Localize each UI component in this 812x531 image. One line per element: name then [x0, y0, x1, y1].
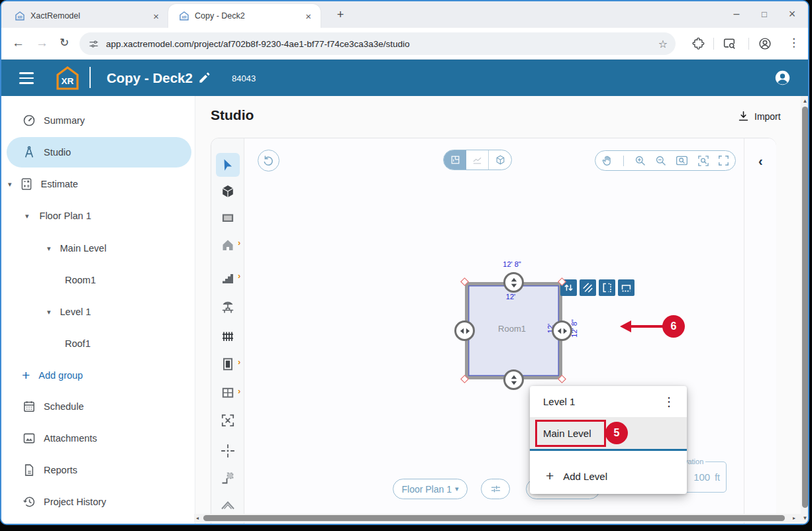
sidebar-item-estimate[interactable]: ▾ Estimate [1, 173, 195, 195]
wall-opening-tool[interactable] [599, 279, 615, 296]
forward-button[interactable]: → [36, 36, 48, 50]
sidebar-label: Floor Plan 1 [40, 211, 91, 221]
sidebar-item-main-level[interactable]: ▾ Main Level [1, 237, 195, 260]
url-text: app.xactremodel.com/project/af702b8f-923… [106, 39, 410, 49]
plus-icon: + [22, 367, 30, 383]
profile-icon[interactable] [758, 36, 772, 51]
expand-caret-icon[interactable]: ▾ [8, 180, 12, 189]
step-6-badge: 6 [662, 315, 685, 338]
room-resize-handle-bottom[interactable] [503, 369, 524, 390]
roof-tool[interactable] [218, 495, 238, 514]
expand-caret-icon[interactable]: ▾ [25, 212, 29, 220]
chevron-right-icon[interactable]: › [238, 271, 240, 281]
level-menu-item-level1[interactable]: Level 1 ⋮ [530, 386, 687, 417]
collapse-panel-chevron[interactable]: ‹ [758, 154, 763, 169]
select-cursor-tool[interactable] [218, 155, 238, 175]
tab-copy-deck2[interactable]: XR Copy - Deck2 × [168, 4, 321, 28]
url-bar[interactable]: app.xactremodel.com/project/af702b8f-923… [79, 32, 676, 55]
zoom-selection-icon[interactable] [697, 154, 710, 168]
kebab-menu-icon[interactable]: ⋮ [663, 395, 675, 409]
import-button[interactable]: Import [737, 110, 781, 122]
zoom-out-icon[interactable] [654, 154, 668, 168]
canvas-settings-button[interactable] [481, 479, 510, 499]
reference-point-tool[interactable] [218, 441, 238, 461]
floor-plan-selector-label: Floor Plan 1 [401, 484, 451, 495]
dimension-label-top-inner: 12' [484, 293, 537, 301]
door-tool[interactable] [218, 354, 238, 374]
pan-hand-icon[interactable] [601, 154, 614, 168]
house-tool[interactable] [218, 235, 238, 255]
room-resize-handle-top[interactable] [503, 272, 524, 293]
sidebar-item-level-1[interactable]: ▾ Level 1 [1, 301, 195, 323]
chevron-right-icon[interactable]: › [238, 386, 240, 396]
chevron-right-icon[interactable]: › [238, 357, 240, 367]
back-button[interactable]: ← [12, 36, 25, 50]
import-label: Import [754, 111, 781, 122]
sidebar-item-studio[interactable]: Studio [1, 141, 195, 164]
sidebar-item-roof1[interactable]: Roof1 [1, 332, 195, 355]
browser-menu-icon[interactable]: ⋮ [788, 36, 799, 50]
vertical-scrollbar[interactable]: ▲ ▼ [801, 96, 809, 525]
deck-tool[interactable] [218, 297, 238, 317]
plan-view-button[interactable] [444, 150, 466, 170]
xr-logo-text: XR [54, 65, 81, 91]
elevation-view-button[interactable] [466, 150, 489, 170]
sidebar-item-schedule[interactable]: Schedule [1, 395, 195, 418]
missing-wall-tool[interactable] [218, 410, 238, 430]
offset-tool[interactable] [218, 467, 238, 487]
room-resize-handle-right[interactable] [552, 320, 572, 341]
solid-primitive-tool[interactable] [218, 181, 238, 201]
sidebar-item-add-group[interactable]: + Add group [1, 364, 195, 387]
zoom-in-icon[interactable] [634, 154, 647, 168]
tab-close-icon[interactable]: × [150, 11, 162, 22]
tab-xactremodel[interactable]: XR XactRemodel × [7, 5, 167, 26]
horizontal-scrollbar[interactable]: ◂ ▸ [194, 514, 801, 522]
stairs-tool[interactable] [218, 268, 238, 288]
project-id: 84043 [232, 73, 256, 83]
expand-caret-icon[interactable]: ▾ [47, 308, 51, 316]
tab-search-icon[interactable] [722, 36, 736, 51]
room-resize-handle-left[interactable] [454, 320, 475, 341]
scroll-right-arrow[interactable]: ▸ [793, 516, 795, 521]
room-tool[interactable] [218, 208, 238, 228]
zoom-window-icon[interactable] [675, 154, 689, 168]
site-settings-icon[interactable] [88, 38, 99, 50]
fence-tool[interactable] [218, 326, 238, 346]
scroll-left-arrow[interactable]: ◂ [196, 516, 199, 521]
sidebar-item-floor-plan-1[interactable]: ▾ Floor Plan 1 [1, 205, 195, 227]
window-minimize-button[interactable]: – [727, 5, 746, 23]
bookmark-star-icon[interactable]: ☆ [658, 38, 668, 50]
sidebar-item-reports[interactable]: Reports [1, 459, 195, 481]
window-close-button[interactable]: × [783, 5, 801, 23]
sidebar-item-room1[interactable]: Room1 [1, 269, 195, 291]
download-icon [737, 110, 750, 122]
horizontal-scrollbar-thumb[interactable] [203, 515, 785, 521]
extensions-icon[interactable] [691, 36, 705, 50]
account-icon[interactable] [774, 69, 791, 87]
sidebar-item-project-history[interactable]: Project History [1, 491, 195, 513]
fit-screen-icon[interactable] [717, 154, 730, 167]
sidebar-label: Reports [44, 465, 77, 475]
3d-view-button[interactable] [489, 150, 511, 170]
step-6-arrow-head [620, 320, 631, 332]
undo-button[interactable] [258, 150, 279, 171]
scroll-up-arrow[interactable]: ▲ [803, 99, 808, 104]
window-maximize-button[interactable]: □ [755, 5, 774, 23]
expand-caret-icon[interactable]: ▾ [47, 244, 51, 253]
reload-button[interactable]: ↻ [60, 36, 69, 50]
wall-hatch-tool[interactable] [580, 279, 596, 296]
tab-close-icon[interactable]: × [303, 11, 314, 22]
cube-3d-icon [495, 154, 506, 166]
wall-dimension-tool[interactable] [618, 279, 634, 296]
floor-plan-selector[interactable]: Floor Plan 1 ▾ [393, 479, 468, 499]
sidebar-item-summary[interactable]: Summary [1, 109, 195, 132]
edit-title-pencil-icon[interactable] [198, 72, 211, 84]
scroll-down-arrow[interactable]: ▼ [803, 516, 808, 521]
window-tool[interactable] [218, 383, 238, 403]
vertical-scrollbar-thumb[interactable] [802, 107, 808, 508]
new-tab-button[interactable]: + [332, 7, 348, 23]
chevron-right-icon[interactable]: › [238, 238, 240, 248]
drafting-compass-icon [22, 145, 36, 160]
sidebar-item-attachments[interactable]: Attachments [1, 427, 195, 450]
level-menu-add-level[interactable]: + Add Level [530, 460, 687, 492]
